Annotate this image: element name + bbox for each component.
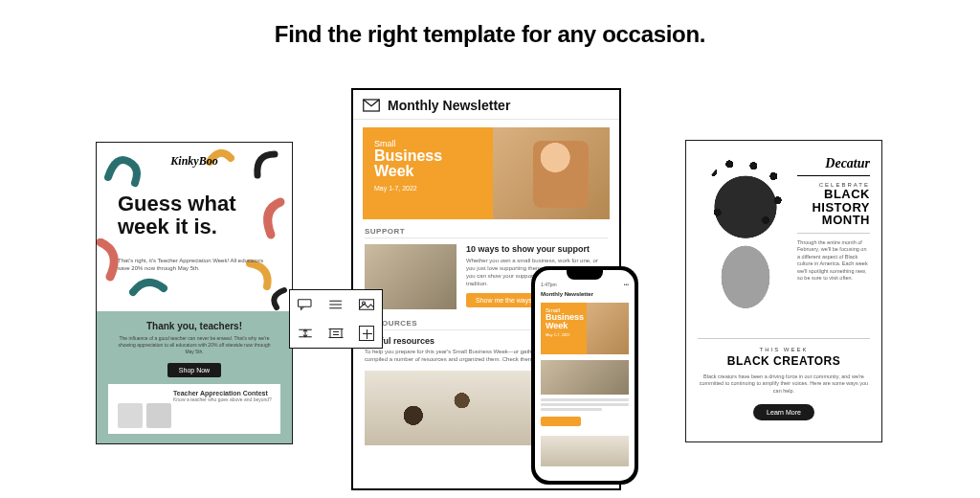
contest-thumb-2	[146, 403, 171, 428]
phone-newsletter-title: Monthly Newsletter	[541, 291, 593, 297]
phone-status-bar: 1:47pm•••	[541, 282, 629, 287]
hero-banner: Small Business Week May 1-7, 2022	[363, 127, 610, 219]
template-card-black-history[interactable]: Decatur CELEBRATE BLACK HISTORY MONTH Th…	[685, 140, 882, 442]
list-icon[interactable]	[321, 290, 351, 319]
foot-body: Black creators have been a driving force…	[698, 374, 870, 395]
learn-more-button[interactable]: Learn More	[753, 404, 814, 420]
editor-toolbar	[289, 289, 383, 349]
thanks-panel: Thank you, teachers! The influence of a …	[97, 311, 292, 443]
phone-resources-image	[541, 436, 629, 466]
phone-preview: 1:47pm••• Monthly Newsletter Small Busin…	[531, 266, 638, 485]
subhead: BLACK CREATORS	[698, 354, 870, 368]
thanks-body: The influence of a good teacher can neve…	[118, 335, 271, 355]
contest-body: Know a teacher who goes above and beyond…	[173, 396, 273, 402]
brand-logo: KinkyBoo	[170, 154, 217, 169]
layout-icon[interactable]	[321, 319, 351, 348]
page-title: Find the right template for any occasion…	[0, 21, 980, 48]
support-heading: 10 ways to show your support	[466, 244, 608, 254]
this-week-label: THIS WEEK	[698, 347, 870, 352]
intro-body: Through the entire month of February, we…	[797, 239, 870, 283]
image-icon[interactable]	[351, 290, 382, 319]
template-card-teacher-week[interactable]: KinkyBoo Guess whatweek it is. That's ri…	[96, 142, 293, 444]
contest-thumb-1	[118, 403, 143, 428]
phone-hero-image	[587, 303, 629, 354]
phone-notch	[567, 270, 603, 280]
support-cta-button[interactable]: Show me the ways	[466, 293, 542, 307]
newsletter-title: Monthly Newsletter	[388, 98, 510, 113]
svg-rect-1	[299, 300, 312, 307]
brand-name: Decatur	[797, 156, 870, 171]
add-block-icon[interactable]	[351, 319, 382, 348]
spacer-icon[interactable]	[290, 319, 321, 348]
phone-support-image	[541, 360, 629, 395]
hero-image	[493, 127, 610, 219]
support-label: SUPPORT	[365, 227, 608, 236]
hero-body: That's right, it's Teacher Appreciation …	[118, 258, 271, 273]
shop-now-button[interactable]: Shop Now	[167, 363, 221, 377]
svg-rect-9	[330, 329, 342, 338]
phone-body	[541, 360, 629, 477]
hero-title: Guess whatweek it is.	[118, 192, 252, 238]
phone-cta-button[interactable]	[541, 417, 581, 426]
contest-heading: Teacher Appreciation Contest	[173, 390, 273, 396]
contest-strip: Teacher Appreciation Contest Know a teac…	[108, 384, 280, 434]
portrait-image	[694, 150, 797, 317]
svg-rect-5	[360, 300, 374, 310]
envelope-icon	[363, 99, 380, 112]
title-line-1: BLACK	[797, 188, 870, 201]
title-line-2: HISTORY	[797, 201, 870, 215]
comment-icon[interactable]	[290, 290, 321, 319]
newsletter-header: Monthly Newsletter	[353, 90, 619, 120]
title-line-3: MONTH	[797, 214, 870, 227]
thanks-heading: Thank you, teachers!	[108, 321, 280, 331]
